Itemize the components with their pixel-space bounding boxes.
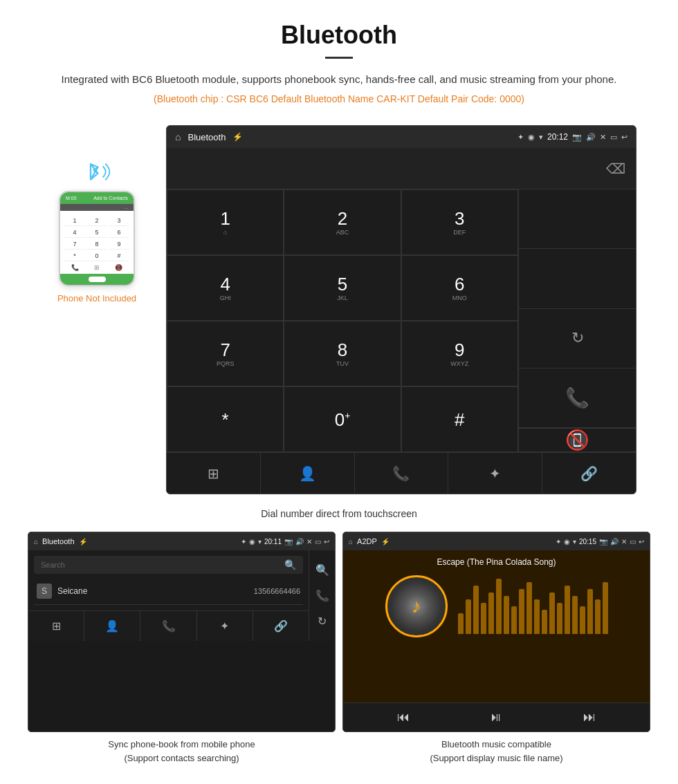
eq-bar <box>466 599 471 634</box>
contacts-icon[interactable]: 👤 <box>261 453 355 494</box>
grid-icon[interactable]: ⊞ <box>167 453 261 494</box>
music-disc: ♪ <box>385 575 448 637</box>
music-cam-icon: 📷 <box>599 538 607 545</box>
main-screen-area: M:00 Add to Contacts ... 123 456 789 *0#… <box>0 118 678 501</box>
music-content: Escape (The Pina Colada Song) ♪ <box>343 550 650 702</box>
phonebook-status-bar: ⌂ Bluetooth ⚡ ✦ ◉ ▾ 20:11 📷 🔊 ✕ ▭ ↩ <box>28 532 335 550</box>
music-wifi-icon: ▾ <box>573 538 576 545</box>
next-icon[interactable]: ⏭ <box>583 710 596 725</box>
refresh-icon: ↻ <box>571 329 584 347</box>
location-icon: ◉ <box>528 133 535 142</box>
music-song-title: Escape (The Pina Colada Song) <box>437 557 556 567</box>
music-art-area: ♪ <box>350 575 643 637</box>
back-icon: ↩ <box>621 133 627 142</box>
eq-bar <box>572 596 578 634</box>
music-loc-icon: ◉ <box>564 538 570 545</box>
dial-key-7[interactable]: 7 PQRS <box>167 321 284 386</box>
music-usb-icon: ⚡ <box>381 538 390 545</box>
dial-key-9[interactable]: 9 WXYZ <box>401 321 518 386</box>
search-icon: 🔍 <box>284 559 296 570</box>
music-bt-icon: ✦ <box>556 538 561 545</box>
home-icon: ⌂ <box>175 131 181 142</box>
eq-bar <box>481 603 486 634</box>
pb-link-icon[interactable]: 🔗 <box>253 611 309 641</box>
eq-bar <box>511 606 517 634</box>
music-screen-title: A2DP <box>357 537 377 545</box>
music-screen: ⌂ A2DP ⚡ ✦ ◉ ▾ 20:15 📷 🔊 ✕ ▭ ↩ <box>342 532 650 732</box>
dial-display[interactable]: ⌫ <box>167 148 636 189</box>
bt-icon[interactable]: ✦ <box>448 453 542 494</box>
prev-icon[interactable]: ⏮ <box>397 710 410 725</box>
music-vol-icon: 🔊 <box>610 538 619 545</box>
eq-bar <box>549 592 555 634</box>
x-icon: ✕ <box>600 133 606 142</box>
music-home-icon: ⌂ <box>349 538 353 545</box>
dial-key-1[interactable]: 1 ⌂ <box>167 189 284 255</box>
pb-cam-icon: 📷 <box>284 538 293 545</box>
pb-grid-icon[interactable]: ⊞ <box>28 611 84 641</box>
pb-bt-bottom-icon[interactable]: ✦ <box>197 611 253 641</box>
dial-status-bar: ⌂ Bluetooth ⚡ ✦ ◉ ▾ 20:12 📷 🔊 ✕ ▭ ↩ <box>167 126 636 148</box>
pb-call-side-icon[interactable]: 📞 <box>315 589 329 602</box>
dialpad-call-red[interactable]: 📵 <box>519 429 636 452</box>
dial-key-2[interactable]: 2 ABC <box>284 189 401 255</box>
phone-icon[interactable]: 📞 <box>355 453 449 494</box>
phonebook-caption: Sync phone-book from mobile phone (Suppo… <box>28 738 336 765</box>
dialpad-refresh[interactable]: ↻ <box>519 309 636 368</box>
phonebook-search[interactable]: Search 🔍 <box>34 556 303 574</box>
play-pause-icon[interactable]: ⏯ <box>490 710 502 725</box>
pb-refresh-side-icon[interactable]: ↻ <box>318 615 327 628</box>
eq-bar <box>603 582 608 634</box>
pb-phone-icon[interactable]: 📞 <box>140 611 196 641</box>
music-win-icon: ▭ <box>630 538 636 545</box>
link-icon[interactable]: 🔗 <box>542 453 636 494</box>
backspace-icon[interactable]: ⌫ <box>606 160 625 177</box>
music-status-bar: ⌂ A2DP ⚡ ✦ ◉ ▾ 20:15 📷 🔊 ✕ ▭ ↩ <box>343 532 650 550</box>
volume-icon: 🔊 <box>586 133 596 142</box>
dial-key-8[interactable]: 8 TUV <box>284 321 401 386</box>
dial-key-4[interactable]: 4 GHI <box>167 255 284 321</box>
pb-screen-title: Bluetooth <box>42 537 74 545</box>
pb-usb-icon: ⚡ <box>79 538 87 545</box>
eq-bar <box>488 592 494 634</box>
page-description: Integrated with BC6 Bluetooth module, su… <box>42 71 636 88</box>
dial-caption: Dial number direct from touchscreen <box>0 508 678 519</box>
music-screen-wrapper: ⌂ A2DP ⚡ ✦ ◉ ▾ 20:15 📷 🔊 ✕ ▭ ↩ <box>342 532 650 765</box>
eq-bar <box>557 603 562 634</box>
music-note-icon: ♪ <box>412 595 421 617</box>
eq-bar <box>496 579 502 634</box>
pb-time: 20:11 <box>264 538 282 545</box>
dial-time: 20:12 <box>547 132 568 142</box>
dial-key-0[interactable]: 0+ <box>284 386 401 452</box>
bluetooth-icon: ✦ <box>517 133 524 142</box>
phone-not-included-label: Phone Not Included <box>57 293 136 304</box>
pb-x-icon: ✕ <box>306 538 312 545</box>
bottom-screens: ⌂ Bluetooth ⚡ ✦ ◉ ▾ 20:11 📷 🔊 ✕ ▭ ↩ <box>0 532 678 765</box>
eq-bar <box>595 599 601 634</box>
dialpad-call-green[interactable]: 📞 <box>519 368 636 428</box>
music-controls: ⏮ ⏯ ⏭ <box>343 702 650 731</box>
dialpad-area: 1 ⌂ 2 ABC 3 DEF 4 GHI 5 JKL <box>167 189 636 452</box>
page-specs: (Bluetooth chip : CSR BC6 Default Blueto… <box>42 93 636 104</box>
pb-search-side-icon[interactable]: 🔍 <box>315 563 329 577</box>
pb-bt-icon: ✦ <box>241 538 246 545</box>
page-title: Bluetooth <box>42 21 636 50</box>
title-divider <box>325 57 353 59</box>
contact-name: Seicane <box>57 586 254 596</box>
eq-bar <box>534 599 540 634</box>
usb-icon: ⚡ <box>232 132 243 142</box>
dial-key-6[interactable]: 6 MNO <box>401 255 518 321</box>
phone-aside: M:00 Add to Contacts ... 123 456 789 *0#… <box>42 125 152 304</box>
dial-key-5[interactable]: 5 JKL <box>284 255 401 321</box>
contact-phone: 13566664466 <box>254 587 300 595</box>
dial-key-3[interactable]: 3 DEF <box>401 189 518 255</box>
dial-key-star[interactable]: * <box>167 386 284 452</box>
contact-row[interactable]: S Seicane 13566664466 <box>34 578 303 605</box>
dial-screen-title: Bluetooth <box>187 132 226 142</box>
window-icon: ▭ <box>610 133 617 142</box>
pb-loc-icon: ◉ <box>249 538 255 545</box>
pb-win-icon: ▭ <box>315 538 321 545</box>
pb-person-icon[interactable]: 👤 <box>84 611 140 641</box>
dial-key-hash[interactable]: # <box>401 386 518 452</box>
call-red-icon: 📵 <box>565 429 589 451</box>
